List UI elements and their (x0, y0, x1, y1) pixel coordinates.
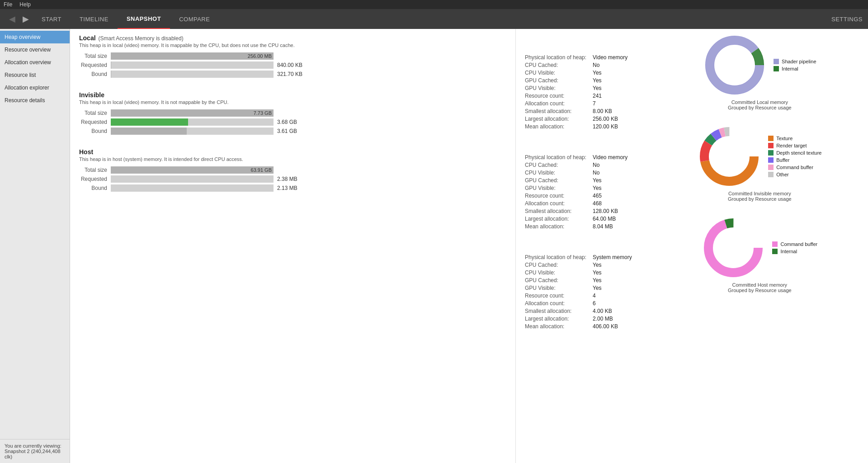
svg-point-2 (710, 40, 760, 90)
invisible-legend-texture-label: Texture (776, 136, 793, 141)
invisible-legend-texture-dot (768, 136, 774, 141)
invisible-bound-value: 3.61 GB (277, 128, 297, 134)
host-requested-row: Requested 2.38 MB (79, 175, 506, 183)
host-requested-label: Requested (79, 176, 111, 182)
local-spec-cpuc-key: CPU Cached: (525, 62, 593, 68)
nav-snapshot[interactable]: SNAPSHOT (118, 9, 170, 29)
local-spec-phys-val: Video memory (593, 54, 627, 61)
host-legend-cmdbuf: Command buffer (772, 241, 817, 247)
menu-help[interactable]: Help (19, 1, 31, 8)
nav-timeline[interactable]: TIMELINE (71, 9, 118, 29)
invisible-legend-rendertarget-dot (768, 143, 774, 148)
host-chart-label: Committed Host memory Grouped by Resourc… (728, 282, 792, 293)
nav-back[interactable]: ◀ (5, 12, 19, 26)
local-subtitle: (Smart Access Memory is disabled) (99, 35, 184, 42)
local-spec-gpuv-key: GPU Visible: (525, 85, 593, 91)
svg-point-9 (708, 223, 758, 273)
invisible-legend-other-label: Other (776, 172, 789, 177)
host-legend-internal-label: Internal (780, 249, 797, 254)
invisible-legend-depth: Depth stencil texture (768, 150, 821, 156)
invisible-chart-legend: Texture Render target Depth stencil text… (768, 136, 821, 177)
sidebar-item-allocation-explorer[interactable]: Allocation explorer (0, 81, 70, 94)
host-total-bar-fill (111, 166, 274, 174)
local-spec-largest-key: Largest allocation: (525, 116, 593, 122)
local-spec-mean-key: Mean allocation: (525, 123, 593, 130)
invisible-total-row: Total size 7.73 GB (79, 109, 506, 117)
host-donut-chart (702, 216, 765, 279)
sidebar-item-resource-details[interactable]: Resource details (0, 94, 70, 107)
host-total-row: Total size 63.91 GB (79, 166, 506, 174)
host-bound-bar (111, 184, 274, 192)
sidebar-item-resource-list[interactable]: Resource list (0, 69, 70, 81)
host-total-label: Total size (79, 167, 111, 173)
local-chart-row: Shader pipeline Internal (703, 33, 816, 97)
host-bound-value: 2.13 MB (277, 185, 297, 191)
invisible-legend-cmdbuf: Command buffer (768, 165, 821, 170)
local-legend-shader: Shader pipeline (774, 59, 816, 64)
invisible-legend-cmdbuf-label: Command buffer (776, 165, 813, 170)
right-panel: Physical location of heap:Video memory C… (515, 29, 868, 463)
host-requested-bar (111, 175, 274, 183)
sidebar-item-allocation-overview[interactable]: Allocation overview (0, 56, 70, 69)
nav-compare[interactable]: COMPARE (170, 9, 219, 29)
local-bound-bar (111, 71, 274, 78)
invisible-specs: Physical location of heap:Video memory C… (525, 154, 642, 230)
local-total-row: Total size 256.00 MB (79, 52, 506, 60)
local-spec-cpuc-val: No (593, 62, 599, 68)
host-total-bar-text: 63.91 GB (251, 166, 272, 174)
nav-start[interactable]: START (33, 9, 71, 29)
invisible-total-bar: 7.73 GB (111, 109, 274, 117)
local-spec-cpuv-key: CPU Visible: (525, 70, 593, 76)
local-total-bar-text: 256.00 MB (248, 52, 272, 60)
invisible-requested-label: Requested (79, 119, 111, 125)
invisible-legend-buffer-label: Buffer (776, 157, 789, 163)
menu-file[interactable]: File (4, 1, 12, 8)
host-specs: Physical location of heap:System memory … (525, 254, 642, 330)
invisible-legend-buffer-dot (768, 157, 774, 163)
invisible-chart-label: Committed Invisible memory Grouped by Re… (728, 191, 792, 202)
host-chart-block: Command buffer Internal Committed Host m… (656, 216, 863, 293)
local-spec-gpuv-val: Yes (593, 85, 602, 91)
local-chart-legend: Shader pipeline Internal (774, 59, 816, 71)
invisible-legend-buffer: Buffer (768, 157, 821, 163)
host-requested-value: 2.38 MB (277, 176, 297, 182)
invisible-section: Invisible This heap is in local (video) … (79, 91, 506, 135)
host-section: Host This heap is in host (system) memor… (79, 148, 506, 192)
invisible-legend-cmdbuf-dot (768, 165, 774, 170)
status-line2: Snapshot 2 (240,244,408 clk) (5, 449, 65, 459)
host-legend-internal: Internal (772, 249, 817, 254)
local-chart-label: Committed Local memory Grouped by Resour… (728, 99, 792, 110)
invisible-bound-bar (111, 128, 274, 135)
local-legend-shader-label: Shader pipeline (782, 59, 816, 64)
local-spec-cpuv-val: Yes (593, 70, 602, 76)
local-section: Local (Smart Access Memory is disabled) … (79, 34, 506, 78)
local-spec-smallest-key: Smallest allocation: (525, 108, 593, 114)
host-chart-legend: Command buffer Internal (772, 241, 817, 254)
nav-forward[interactable]: ▶ (19, 12, 33, 26)
host-bound-label: Bound (79, 185, 111, 191)
local-legend-internal-label: Internal (782, 66, 798, 71)
invisible-total-label: Total size (79, 110, 111, 116)
local-requested-value: 840.00 KB (277, 62, 302, 68)
invisible-legend-rendertarget-label: Render target (776, 143, 807, 148)
invisible-chart-block: Texture Render target Depth stencil text… (656, 125, 863, 202)
invisible-total-bar-text: 7.73 GB (254, 109, 272, 117)
main-layout: Heap overview Resource overview Allocati… (0, 29, 868, 463)
sidebar-item-resource-overview[interactable]: Resource overview (0, 43, 70, 56)
local-bound-row: Bound 321.70 KB (79, 71, 506, 78)
local-spec-largest-val: 256.00 KB (593, 116, 618, 122)
local-spec-phys-key: Physical location of heap: (525, 54, 593, 61)
invisible-bound-bar-fill (111, 128, 187, 135)
local-legend-internal: Internal (774, 66, 816, 71)
sidebar-item-heap-overview[interactable]: Heap overview (0, 31, 70, 43)
local-legend-shader-dot (774, 59, 779, 64)
settings-button[interactable]: SETTINGS (831, 16, 863, 23)
host-title: Host (79, 148, 506, 156)
invisible-bound-row: Bound 3.61 GB (79, 128, 506, 135)
sidebar-status: You are currently viewing: Snapshot 2 (2… (0, 439, 70, 463)
host-mem-table: Total size 63.91 GB Requested 2.38 MB Bo… (79, 166, 506, 192)
local-specs: Physical location of heap:Video memory C… (525, 54, 642, 130)
invisible-description: This heap is in local (video) memory. It… (79, 99, 506, 105)
local-spec-gpuc-val: Yes (593, 77, 602, 84)
invisible-mem-table: Total size 7.73 GB Requested 3.68 GB Bou… (79, 109, 506, 135)
